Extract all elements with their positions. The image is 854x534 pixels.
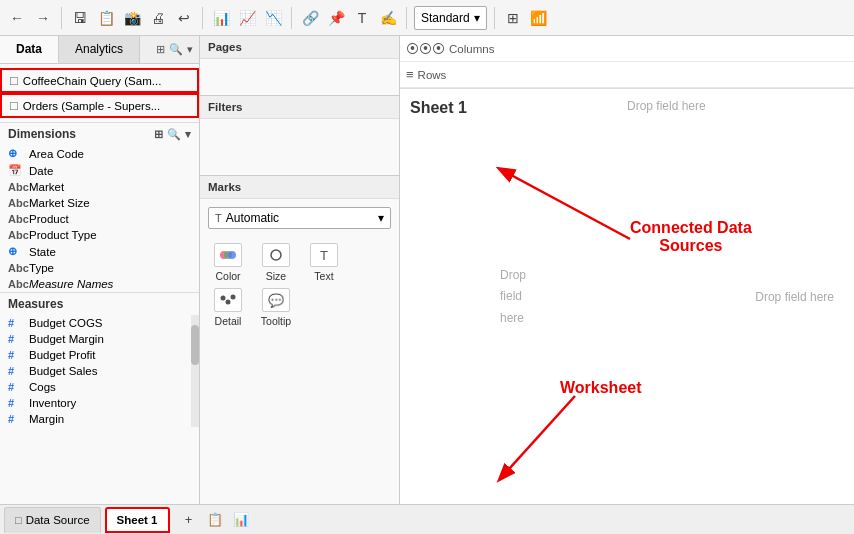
- toolbar-separator-2: [202, 7, 203, 29]
- detail-label: Detail: [215, 315, 242, 327]
- toolbar-separator: [61, 7, 62, 29]
- field-budget-profit[interactable]: # Budget Profit: [0, 347, 199, 363]
- screenshot-button[interactable]: 📸: [121, 7, 143, 29]
- rows-label: ≡ Rows: [406, 67, 476, 82]
- data-source-coffeechain[interactable]: □ CoffeeChain Query (Sam...: [0, 68, 199, 93]
- signal-button[interactable]: 📶: [528, 7, 550, 29]
- abc-icon-5: Abc: [8, 262, 24, 274]
- field-budget-margin[interactable]: # Budget Margin: [0, 331, 199, 347]
- field-margin[interactable]: # Margin: [0, 411, 199, 427]
- field-label: State: [29, 246, 56, 258]
- data-source-orders[interactable]: □ Orders (Sample - Supers...: [0, 93, 199, 118]
- chart3-button[interactable]: 📉: [262, 7, 284, 29]
- toolbar-separator-5: [494, 7, 495, 29]
- link-button[interactable]: 🔗: [299, 7, 321, 29]
- marks-type-dropdown[interactable]: T Automatic ▾: [208, 207, 391, 229]
- dimensions-header: Dimensions ⊞ 🔍 ▾: [0, 122, 199, 145]
- chart1-button[interactable]: 📊: [210, 7, 232, 29]
- size-label: Size: [266, 270, 286, 282]
- abc-icon-2: Abc: [8, 197, 24, 209]
- field-type[interactable]: Abc Type: [0, 260, 199, 276]
- field-product[interactable]: Abc Product: [0, 211, 199, 227]
- duplicate-sheet-button[interactable]: 📋: [204, 509, 226, 531]
- save-button[interactable]: 🖫: [69, 7, 91, 29]
- field-cogs[interactable]: # Cogs: [0, 379, 199, 395]
- marks-text-button[interactable]: T Text: [304, 243, 344, 282]
- data-source-tab-label: Data Source: [26, 514, 90, 526]
- nav-back-button[interactable]: ←: [6, 7, 28, 29]
- panel-tabs: Data Analytics ⊞ 🔍 ▾: [0, 36, 199, 64]
- field-measure-names[interactable]: Abc Measure Names: [0, 276, 199, 292]
- tab-analytics[interactable]: Analytics: [59, 36, 140, 63]
- present-button[interactable]: 📊: [230, 509, 252, 531]
- scrollbar-thumb[interactable]: [191, 325, 199, 365]
- pages-label: Pages: [200, 36, 399, 59]
- tab-sheet1[interactable]: Sheet 1: [105, 507, 170, 533]
- field-market-size[interactable]: Abc Market Size: [0, 195, 199, 211]
- chart2-button[interactable]: 📈: [236, 7, 258, 29]
- drop-hint-top[interactable]: Drop field here: [627, 99, 706, 113]
- field-label: Cogs: [29, 381, 56, 393]
- tab-data-source[interactable]: □ Data Source: [4, 507, 101, 533]
- chevron-down-icon: ▾: [474, 11, 480, 25]
- text-button[interactable]: T: [351, 7, 373, 29]
- chevron-down-icon-marks: ▾: [378, 211, 384, 225]
- drop-hint-center[interactable]: Dropfieldhere: [500, 264, 526, 329]
- left-panel: Data Analytics ⊞ 🔍 ▾ □ CoffeeChain Query…: [0, 36, 200, 504]
- search-icon[interactable]: 🔍: [169, 43, 183, 56]
- calendar-icon: 📅: [8, 164, 24, 177]
- standard-dropdown[interactable]: Standard ▾: [414, 6, 487, 30]
- hash-icon-2: #: [8, 333, 24, 345]
- field-label: Area Code: [29, 148, 84, 160]
- add-sheet-button[interactable]: +: [178, 509, 200, 531]
- field-label: Market Size: [29, 197, 90, 209]
- database-icon-2: □: [10, 98, 18, 113]
- measures-header: Measures: [0, 292, 199, 315]
- grid-icon[interactable]: ⊞: [154, 128, 163, 141]
- annotation-button[interactable]: ✍: [377, 7, 399, 29]
- marks-tooltip-button[interactable]: 💬 Tooltip: [256, 288, 296, 327]
- grid-button[interactable]: ⊞: [502, 7, 524, 29]
- field-budget-cogs[interactable]: # Budget COGS: [0, 315, 199, 331]
- svg-point-2: [228, 251, 236, 259]
- annotation-connected-sources: Connected DataSources: [630, 219, 752, 255]
- hash-icon-5: #: [8, 381, 24, 393]
- field-market[interactable]: Abc Market: [0, 179, 199, 195]
- field-date[interactable]: 📅 Date: [0, 162, 199, 179]
- shelf-area: ⦿⦿⦿ Columns ≡ Rows: [400, 36, 854, 89]
- marks-color-button[interactable]: Color: [208, 243, 248, 282]
- field-budget-sales[interactable]: # Budget Sales: [0, 363, 199, 379]
- abc-icon-4: Abc: [8, 229, 24, 241]
- pin-button[interactable]: 📌: [325, 7, 347, 29]
- measures-label: Measures: [8, 297, 63, 311]
- chevron-down-icon[interactable]: ▾: [187, 43, 193, 56]
- marks-size-button[interactable]: Size: [256, 243, 296, 282]
- grid-view-icon[interactable]: ⊞: [156, 43, 165, 56]
- undo-button[interactable]: ↩: [173, 7, 195, 29]
- columns-shelf[interactable]: ⦿⦿⦿ Columns: [400, 36, 854, 62]
- abc-icon-6: Abc: [8, 278, 24, 290]
- field-inventory[interactable]: # Inventory: [0, 395, 199, 411]
- nav-forward-button[interactable]: →: [32, 7, 54, 29]
- search-icon-dim[interactable]: 🔍: [167, 128, 181, 141]
- field-state[interactable]: ⊕ State: [0, 243, 199, 260]
- print-button[interactable]: 🖨: [147, 7, 169, 29]
- tab-data[interactable]: Data: [0, 36, 59, 63]
- sheet-title: Sheet 1: [410, 99, 467, 117]
- rows-shelf[interactable]: ≡ Rows: [400, 62, 854, 88]
- panel-tab-menu: ⊞ 🔍 ▾: [150, 36, 199, 63]
- marks-detail-button[interactable]: Detail: [208, 288, 248, 327]
- field-label: Measure Names: [29, 278, 113, 290]
- copy-button[interactable]: 📋: [95, 7, 117, 29]
- pages-area: Pages: [200, 36, 399, 96]
- drop-hint-right[interactable]: Drop field here: [755, 290, 834, 304]
- color-label: Color: [215, 270, 240, 282]
- text-icon: T: [310, 243, 338, 267]
- scrollbar-track[interactable]: [191, 315, 199, 427]
- chevron-down-icon-dim[interactable]: ▾: [185, 128, 191, 141]
- datasource-tab-icon: □: [15, 514, 22, 526]
- field-area-code[interactable]: ⊕ Area Code: [0, 145, 199, 162]
- svg-line-8: [500, 396, 575, 479]
- field-product-type[interactable]: Abc Product Type: [0, 227, 199, 243]
- abc-icon: Abc: [8, 181, 24, 193]
